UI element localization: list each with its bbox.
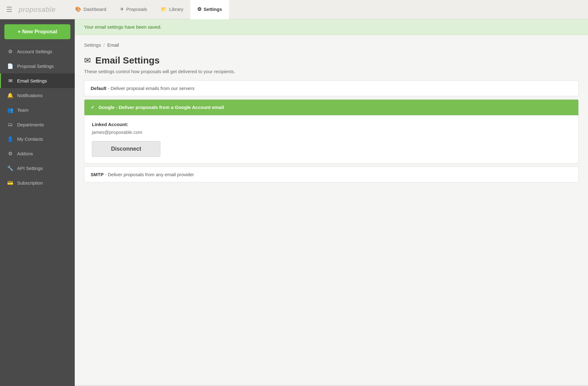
breadcrumb-parent[interactable]: Settings bbox=[84, 42, 101, 48]
page-header: ✉ Email Settings bbox=[84, 55, 579, 66]
nav-proposals-label: Proposals bbox=[126, 7, 147, 12]
my-contacts-icon: 👤 bbox=[7, 136, 13, 142]
google-option-body: Linked Account: james@proposable.com Dis… bbox=[84, 115, 578, 163]
sidebar-item-departments[interactable]: 🗂 Departments bbox=[0, 117, 75, 132]
success-message: Your email settings have been saved. bbox=[84, 24, 162, 30]
linked-account-label: Linked Account: bbox=[92, 122, 571, 127]
nav-library[interactable]: 📁 Library bbox=[154, 0, 190, 19]
nav-settings[interactable]: ⚙ Settings bbox=[190, 0, 229, 19]
departments-icon: 🗂 bbox=[7, 122, 13, 127]
sidebar-item-my-contacts[interactable]: 👤 My Contacts bbox=[0, 132, 75, 146]
proposals-icon: ✈ bbox=[120, 6, 124, 12]
sidebar-item-label: Departments bbox=[17, 122, 44, 127]
option-card-smtp: SMTP - Deliver proposals from any email … bbox=[84, 167, 579, 182]
check-icon: ✓ bbox=[91, 105, 96, 110]
sidebar-item-label: Account Settings bbox=[17, 49, 52, 54]
option-google-header[interactable]: ✓ Google - Deliver proposals from a Goog… bbox=[84, 100, 578, 115]
option-default-label-bold: Default bbox=[91, 86, 107, 91]
settings-nav-icon: ⚙ bbox=[197, 6, 202, 12]
account-settings-icon: ⚙ bbox=[7, 49, 13, 54]
option-default-header[interactable]: Default - Deliver proposal emails from o… bbox=[84, 81, 578, 96]
new-proposal-button[interactable]: + New Proposal bbox=[4, 24, 70, 39]
email-header-icon: ✉ bbox=[84, 56, 91, 65]
content-area: Settings / Email ✉ Email Settings These … bbox=[75, 35, 588, 385]
app-logo: proposable bbox=[19, 6, 56, 14]
top-nav: ☰ proposable 🎨 Dashboard ✈ Proposals 📁 L… bbox=[0, 0, 588, 19]
nav-settings-label: Settings bbox=[204, 7, 222, 12]
team-icon: 👥 bbox=[7, 107, 13, 113]
page-description: These settings control how proposals wil… bbox=[84, 69, 579, 74]
breadcrumb: Settings / Email bbox=[84, 42, 579, 48]
sidebar-item-api-settings[interactable]: 🔧 API Settings bbox=[0, 161, 75, 176]
library-icon: 📁 bbox=[161, 6, 167, 12]
option-smtp-header[interactable]: SMTP - Deliver proposals from any email … bbox=[84, 167, 578, 182]
option-default-label-rest: - Deliver proposal emails from our serve… bbox=[107, 86, 195, 91]
breadcrumb-separator: / bbox=[103, 42, 105, 48]
sidebar: + New Proposal ⚙ Account Settings 📄 Prop… bbox=[0, 19, 75, 386]
api-settings-icon: 🔧 bbox=[7, 165, 13, 171]
nav-proposals[interactable]: ✈ Proposals bbox=[113, 0, 154, 19]
sidebar-item-notifications[interactable]: 🔔 Notifications bbox=[0, 88, 75, 103]
sidebar-item-label: Addons bbox=[17, 151, 33, 156]
proposal-settings-icon: 📄 bbox=[7, 63, 13, 69]
sidebar-item-label: My Contacts bbox=[17, 136, 43, 142]
sidebar-item-label: Email Settings bbox=[17, 78, 47, 83]
success-banner: Your email settings have been saved. bbox=[75, 19, 588, 35]
option-card-google: ✓ Google - Deliver proposals from a Goog… bbox=[84, 99, 579, 163]
option-google-label-rest: - Deliver proposals from a Google Accoun… bbox=[115, 105, 224, 110]
nav-links: 🎨 Dashboard ✈ Proposals 📁 Library ⚙ Sett… bbox=[68, 0, 582, 19]
sidebar-item-proposal-settings[interactable]: 📄 Proposal Settings bbox=[0, 59, 75, 73]
sidebar-item-label: Subscription bbox=[17, 180, 43, 186]
main-content: Your email settings have been saved. Set… bbox=[75, 19, 588, 386]
app-body: + New Proposal ⚙ Account Settings 📄 Prop… bbox=[0, 19, 588, 386]
sidebar-item-subscription[interactable]: 💳 Subscription bbox=[0, 176, 75, 190]
subscription-icon: 💳 bbox=[7, 180, 13, 186]
hamburger-icon[interactable]: ☰ bbox=[6, 6, 12, 14]
sidebar-item-team[interactable]: 👥 Team bbox=[0, 103, 75, 117]
option-smtp-label-rest: - Deliver proposals from any email provi… bbox=[104, 172, 194, 177]
linked-account-email: james@proposable.com bbox=[92, 129, 571, 135]
sidebar-item-label: Proposal Settings bbox=[17, 64, 54, 69]
nav-dashboard-label: Dashboard bbox=[83, 7, 106, 12]
addons-icon: ⚙ bbox=[7, 151, 13, 157]
email-settings-icon: ✉ bbox=[7, 78, 13, 84]
disconnect-button[interactable]: Disconnect bbox=[92, 141, 160, 157]
sidebar-item-addons[interactable]: ⚙ Addons bbox=[0, 146, 75, 161]
sidebar-item-label: API Settings bbox=[17, 166, 43, 171]
page-title: Email Settings bbox=[95, 55, 160, 66]
sidebar-item-label: Team bbox=[17, 107, 29, 113]
dashboard-icon: 🎨 bbox=[75, 6, 81, 12]
notifications-icon: 🔔 bbox=[7, 92, 13, 98]
option-smtp-label-bold: SMTP bbox=[91, 172, 104, 177]
option-google-label-bold: Google bbox=[98, 105, 115, 110]
sidebar-item-label: Notifications bbox=[17, 93, 43, 98]
sidebar-item-email-settings[interactable]: ✉ Email Settings bbox=[0, 73, 75, 88]
nav-dashboard[interactable]: 🎨 Dashboard bbox=[68, 0, 113, 19]
sidebar-item-account-settings[interactable]: ⚙ Account Settings bbox=[0, 44, 75, 59]
breadcrumb-current: Email bbox=[107, 42, 119, 48]
nav-library-label: Library bbox=[169, 7, 183, 12]
option-card-default: Default - Deliver proposal emails from o… bbox=[84, 80, 579, 96]
